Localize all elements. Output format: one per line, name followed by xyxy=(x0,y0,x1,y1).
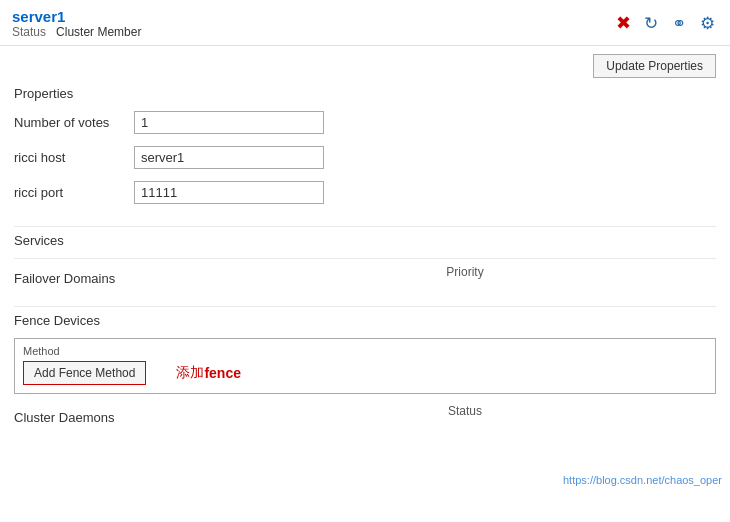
daemons-status-area: Status xyxy=(214,404,716,418)
votes-row: Number of votes xyxy=(14,111,716,134)
divider-2 xyxy=(14,258,716,259)
ricci-port-label: ricci port xyxy=(14,185,134,200)
close-icon[interactable]: ✖ xyxy=(612,12,634,34)
properties-section: Update Properties Properties Number of v… xyxy=(14,56,716,216)
cluster-daemons-section: Cluster Daemons Status xyxy=(14,404,716,435)
services-title: Services xyxy=(14,233,716,248)
divider-3 xyxy=(14,306,716,307)
ricci-port-row: ricci port xyxy=(14,181,716,204)
fence-add-prefix: 添加 xyxy=(176,364,204,382)
refresh-icon[interactable]: ↻ xyxy=(640,12,662,34)
ricci-host-row: ricci host xyxy=(14,146,716,169)
fence-devices-box: Method Add Fence Method 添加fence xyxy=(14,338,716,394)
priority-label: Priority xyxy=(446,265,483,279)
update-properties-button[interactable]: Update Properties xyxy=(593,54,716,78)
cluster-daemons-row: Cluster Daemons Status xyxy=(14,404,716,435)
fence-row-inner: Add Fence Method 添加fence xyxy=(23,361,707,385)
watermark: https://blog.csdn.net/chaos_oper xyxy=(563,474,722,486)
votes-label: Number of votes xyxy=(14,115,134,130)
status-line: Status Cluster Member xyxy=(12,25,141,39)
fence-add-suffix: fence xyxy=(204,365,241,381)
header-icons: ✖ ↻ ⚭ ⚙ xyxy=(612,12,718,34)
failover-section: Failover Domains Priority xyxy=(14,265,716,296)
fence-devices-title: Fence Devices xyxy=(14,313,716,328)
failover-row: Failover Domains Priority xyxy=(14,265,716,296)
properties-title: Properties xyxy=(14,86,716,101)
status-label: Status xyxy=(12,25,46,39)
priority-area: Priority xyxy=(214,265,716,279)
main-content: Update Properties Properties Number of v… xyxy=(0,46,730,455)
fence-add-text: 添加fence xyxy=(176,364,241,382)
gear-icon[interactable]: ⚙ xyxy=(696,12,718,34)
server-title: server1 xyxy=(12,8,141,25)
failover-title: Failover Domains xyxy=(14,271,214,286)
cluster-daemons-title: Cluster Daemons xyxy=(14,410,214,425)
properties-header-row: Update Properties xyxy=(14,56,716,78)
server-info: server1 Status Cluster Member xyxy=(12,8,141,39)
ricci-host-label: ricci host xyxy=(14,150,134,165)
fence-method-label: Method xyxy=(23,345,707,357)
page-header: server1 Status Cluster Member ✖ ↻ ⚭ ⚙ xyxy=(0,0,730,46)
votes-input[interactable] xyxy=(134,111,324,134)
divider-1 xyxy=(14,226,716,227)
daemons-status-label: Status xyxy=(448,404,482,418)
status-value: Cluster Member xyxy=(56,25,141,39)
fence-devices-section: Fence Devices Method Add Fence Method 添加… xyxy=(14,313,716,394)
add-fence-method-button[interactable]: Add Fence Method xyxy=(23,361,146,385)
services-section: Services xyxy=(14,233,716,248)
ricci-host-input[interactable] xyxy=(134,146,324,169)
link-icon[interactable]: ⚭ xyxy=(668,12,690,34)
ricci-port-input[interactable] xyxy=(134,181,324,204)
